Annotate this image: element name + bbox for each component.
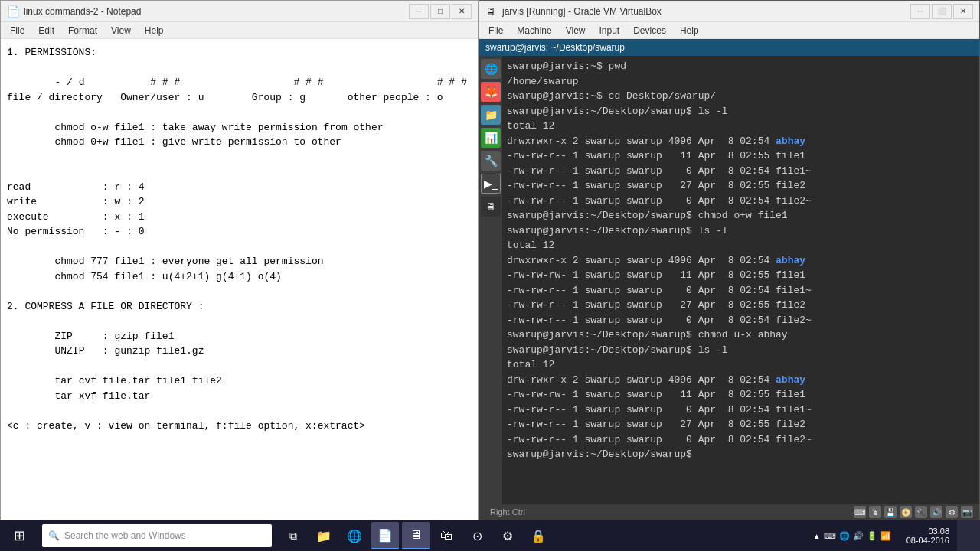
vbox-window: 🖥 jarvis [Running] - Oracle VM VirtualBo…: [479, 0, 980, 520]
menu-help[interactable]: Help: [139, 24, 170, 37]
status-icon-6: 🔊: [930, 506, 942, 518]
maximize-button[interactable]: □: [430, 4, 450, 19]
tray-icon-4: 🔋: [867, 531, 877, 541]
terminal-line: drwxrwxr-x 2 swarup swarup 4096 Apr 8 02…: [507, 134, 975, 149]
sidebar-spreadsheet-icon[interactable]: 📊: [481, 128, 501, 148]
terminal-line: -rw-rw-r-- 1 swarup swarup 0 Apr 8 02:54…: [507, 403, 975, 418]
tray-icon-5: 📶: [880, 531, 891, 541]
terminal-highlight: abhay: [776, 374, 805, 386]
terminal-line: swarup@jarvis:~/Desktop/swarup$: [507, 447, 975, 462]
store-button[interactable]: 🛍: [433, 522, 460, 549]
terminal-line: swarup@jarvis:~/Desktop/swarup$ ls -l: [507, 104, 975, 119]
terminal-line: -rw-rw-rw- 1 swarup swarup 11 Apr 8 02:5…: [507, 387, 975, 403]
menu-edit[interactable]: Edit: [32, 24, 60, 37]
search-placeholder: Search the web and Windows: [64, 530, 186, 541]
terminal-line: -rw-rw-r-- 1 swarup swarup 27 Apr 8 02:5…: [507, 178, 975, 194]
taskbar-apps: ⧉ 📁 🌐 📄 🖥 🛍 ⊙ ⚙ 🔒: [276, 522, 805, 549]
terminal-line: swarup@jarvis:~$ cd Desktop/swarup/: [507, 89, 975, 104]
terminal-line: total 12: [507, 357, 975, 373]
terminal-highlight: abhay: [776, 135, 805, 147]
vbox-menu-input[interactable]: Input: [593, 24, 626, 37]
app8-button[interactable]: 🔒: [524, 522, 552, 549]
close-button[interactable]: ✕: [452, 4, 472, 19]
taskbar: ⊞ 🔍 Search the web and Windows ⧉ 📁 🌐 📄 🖥…: [0, 520, 980, 551]
tray-icon-2: 🌐: [839, 531, 850, 541]
vbox-minimize-button[interactable]: ─: [910, 4, 930, 19]
terminal-line: total 12: [507, 238, 975, 253]
vbox-taskbar-button[interactable]: 🖥: [402, 522, 430, 549]
terminal-line: -rw-rw-rw- 1 swarup swarup 11 Apr 8 02:5…: [507, 268, 975, 283]
vbox-icon: 🖥: [485, 5, 498, 18]
terminal-line: total 12: [507, 119, 975, 134]
terminal-line: swarup@jarvis:~/Desktop/swarup$ chmod u-…: [507, 328, 975, 343]
terminal[interactable]: swarup@jarvis:~$ pwd/home/swarupswarup@j…: [502, 56, 979, 504]
terminal-line: swarup@jarvis:~$ pwd: [507, 59, 975, 74]
notepad-taskbar-button[interactable]: 📄: [371, 522, 399, 549]
vbox-menu-view[interactable]: View: [560, 24, 592, 37]
app7-button[interactable]: ⚙: [494, 522, 521, 549]
vbox-menu-devices[interactable]: Devices: [627, 24, 672, 37]
terminal-line: -rw-rw-r-- 1 swarup swarup 0 Apr 8 02:54…: [507, 194, 975, 209]
sidebar-files-icon[interactable]: 📁: [481, 105, 501, 125]
terminal-line: /home/swarup: [507, 74, 975, 90]
start-button[interactable]: ⊞: [0, 520, 38, 551]
terminal-line: -rw-rw-r-- 1 swarup swarup 27 Apr 8 02:5…: [507, 417, 975, 432]
taskbar-time[interactable]: 03:08 08-04-2016: [899, 527, 957, 545]
vbox-menubar: File Machine View Input Devices Help: [479, 22, 979, 39]
search-icon: 🔍: [48, 530, 60, 541]
sidebar-tools-icon[interactable]: 🔧: [481, 151, 501, 171]
sidebar-monitor-icon[interactable]: 🖥: [481, 197, 501, 217]
vbox-menu-help[interactable]: Help: [674, 24, 705, 37]
tray-chevron[interactable]: ▲: [813, 532, 821, 540]
notepad-controls: ─ □ ✕: [409, 4, 472, 19]
terminal-header: swarup@jarvis: ~/Desktop/swarup: [479, 39, 979, 56]
notepad-window: 📄 linux commands-2 - Notepad ─ □ ✕ File …: [0, 0, 479, 520]
notepad-menubar: File Edit Format View Help: [1, 22, 478, 39]
status-icon-1: ⌨: [854, 506, 866, 518]
vbox-controls: ─ ⬜ ✕: [910, 4, 973, 19]
status-icon-3: 💾: [884, 506, 897, 518]
status-icon-2: 🖱: [869, 506, 881, 518]
terminal-line: drwxrwxr-x 2 swarup swarup 4096 Apr 8 02…: [507, 253, 975, 269]
tray-icon-3: 🔊: [853, 531, 864, 541]
terminal-line: swarup@jarvis:~/Desktop/swarup$ chmod o+…: [507, 208, 975, 223]
sidebar-firefox-icon[interactable]: 🦊: [481, 82, 501, 102]
terminal-line: -rw-rw-r-- 1 swarup swarup 0 Apr 8 02:54…: [507, 283, 975, 298]
notepad-content[interactable]: 1. PERMISSIONS: - / d # # # # # # # # # …: [1, 39, 478, 520]
taskbar-search[interactable]: 🔍 Search the web and Windows: [42, 524, 272, 547]
status-icon-8: 📷: [961, 506, 973, 518]
vbox-title: jarvis [Running] - Oracle VM VirtualBox: [502, 6, 910, 17]
notepad-icon: 📄: [7, 5, 19, 18]
terminal-line: -rw-rw-r-- 1 swarup swarup 11 Apr 8 02:5…: [507, 148, 975, 164]
status-icon-5: 🔌: [915, 506, 927, 518]
vbox-menu-file[interactable]: File: [482, 24, 509, 37]
menu-view[interactable]: View: [105, 24, 137, 37]
show-desktop-button[interactable]: [957, 520, 980, 551]
vbox-sidebar: 🌐 🦊 📁 📊 🔧 ▶_ 🖥: [479, 56, 502, 504]
notepad-title: linux commands-2 - Notepad: [24, 6, 409, 17]
terminal-line: drw-rwxr-x 2 swarup swarup 4096 Apr 8 02…: [507, 373, 975, 388]
terminal-line: -rw-rw-r-- 1 swarup swarup 0 Apr 8 02:54…: [507, 313, 975, 328]
explorer-button[interactable]: 📁: [310, 522, 338, 549]
chrome-button[interactable]: ⊙: [463, 522, 491, 549]
sidebar-globe-icon[interactable]: 🌐: [481, 59, 501, 79]
vbox-maximize-button[interactable]: ⬜: [932, 4, 952, 19]
notepad-titlebar: 📄 linux commands-2 - Notepad ─ □ ✕: [1, 1, 478, 22]
terminal-highlight: abhay: [776, 255, 805, 266]
terminal-line: -rw-rw-r-- 1 swarup swarup 0 Apr 8 02:54…: [507, 164, 975, 179]
menu-file[interactable]: File: [4, 24, 31, 37]
ie-button[interactable]: 🌐: [341, 522, 368, 549]
right-ctrl-label: Right Ctrl: [485, 507, 851, 517]
menu-format[interactable]: Format: [62, 24, 103, 37]
vbox-close-button[interactable]: ✕: [953, 4, 973, 19]
tray-icon-1: ⌨: [824, 531, 836, 541]
taskview-button[interactable]: ⧉: [279, 522, 307, 549]
vbox-body: 🌐 🦊 📁 📊 🔧 ▶_ 🖥 swarup@jarvis:~$ pwd/home…: [479, 56, 979, 504]
terminal-line: swarup@jarvis:~/Desktop/swarup$ ls -l: [507, 223, 975, 239]
vbox-titlebar: 🖥 jarvis [Running] - Oracle VM VirtualBo…: [479, 1, 979, 22]
minimize-button[interactable]: ─: [409, 4, 429, 19]
sidebar-terminal-icon[interactable]: ▶_: [481, 174, 501, 194]
vbox-menu-machine[interactable]: Machine: [511, 24, 557, 37]
vbox-status-bar: Right Ctrl ⌨ 🖱 💾 📀 🔌 🔊 ⚙ 📷: [479, 504, 979, 520]
status-icon-7: ⚙: [946, 506, 958, 518]
